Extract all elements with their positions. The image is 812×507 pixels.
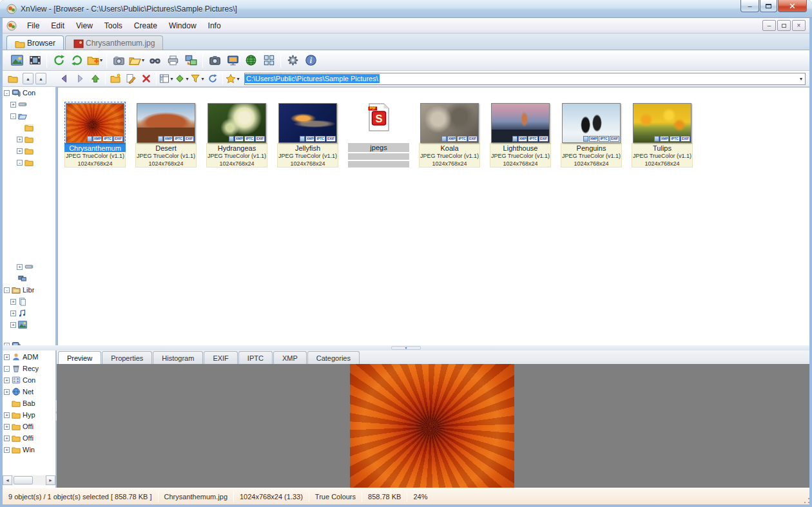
panel-tab-preview[interactable]: Preview [58,351,101,364]
open-button[interactable]: ▾ [128,52,146,69]
menu-window[interactable]: Window [163,19,202,32]
dropdown-arrow-icon[interactable]: ▾ [142,57,144,63]
tree-expander-icon[interactable]: + [17,264,23,270]
tree-expander-icon[interactable]: + [4,389,10,395]
new-window-button[interactable]: ▾ [86,52,104,69]
tree-expander-icon[interactable]: + [10,299,16,305]
thumbnail-image[interactable]: XMPIPTCEXIF [208,103,266,143]
menu-file[interactable]: File [21,19,45,32]
thumbnail-penguins[interactable]: XMPIPTCEXIFPenguinsJPEG TrueColor (v1.1)… [561,91,622,167]
tree-item-win[interactable]: +Win [3,444,55,455]
tree-item[interactable]: - [3,110,55,122]
tree-item[interactable] [3,122,55,133]
resize-grip[interactable] [802,497,811,505]
forward-button[interactable] [72,72,88,86]
refresh-view-button[interactable] [205,72,220,86]
splitter-collapse-icon[interactable]: ▼ [391,346,421,350]
thumbnail-image[interactable]: XMPIPTCEXIF [278,103,337,143]
tree-expander-icon[interactable]: - [17,160,23,166]
tree-expander-icon[interactable]: + [4,354,10,360]
tree-expander-icon[interactable]: - [4,90,10,96]
dropdown-arrow-icon[interactable]: ▾ [237,76,239,82]
tree-item[interactable]: + [3,133,55,145]
tab-chrysanthemum-jpg[interactable]: Chrysanthemum.jpg [65,35,163,50]
tree-item-con[interactable]: -Con [3,87,55,99]
tree-item-offi[interactable]: +Offi [3,421,55,432]
tree-item[interactable]: + [3,319,55,330]
tree-item[interactable]: - [3,157,55,168]
file-item-jpegs[interactable]: PDFSjpegs [348,91,409,167]
panel-folder-button[interactable] [5,72,21,86]
tree-item-net[interactable]: +Net [3,386,55,397]
thumbnail-image[interactable]: XMPIPTCEXIF [66,103,124,143]
mdi-restore-button[interactable] [777,20,791,31]
minimize-button[interactable]: – [740,0,759,12]
slideshow-button[interactable] [224,52,242,69]
tree-item-offi[interactable]: +Offi [3,432,55,444]
menu-info[interactable]: Info [202,19,227,32]
acquire-button[interactable] [110,52,128,69]
pane-toggle-up-button-1[interactable]: ▲ [23,73,34,84]
tree-item[interactable]: + [3,145,55,157]
tree-item[interactable] [3,273,55,284]
tree-expander-icon[interactable]: - [10,113,16,119]
filter-button[interactable]: ▾ [189,72,205,86]
tree-item[interactable]: + [3,261,55,273]
tree-expander-icon[interactable]: + [4,447,10,453]
preview-image[interactable] [350,364,514,488]
mdi-minimize-button[interactable]: – [762,20,776,31]
sort-button[interactable]: ▾ [174,72,189,86]
scroll-left-arrow-icon[interactable]: ◄ [3,475,12,485]
up-button[interactable] [88,72,103,86]
tree-expander-icon[interactable]: + [10,322,16,328]
search-button[interactable] [146,52,164,69]
fullscreen-button[interactable] [26,52,44,69]
contact-sheet-button[interactable] [260,52,278,69]
dropdown-arrow-icon[interactable]: ▾ [201,76,204,82]
mdi-close-button[interactable]: × [792,20,806,31]
thumbnail-image[interactable]: XMPIPTCEXIF [137,103,195,143]
rotate-button[interactable] [68,52,86,69]
dropdown-arrow-icon[interactable]: ▾ [186,76,188,82]
tree-item-con[interactable]: +Con [3,374,55,386]
convert-button[interactable] [182,52,200,69]
panel-tab-histogram[interactable]: Histogram [153,351,203,364]
tree-item[interactable]: + [3,99,55,110]
webpage-button[interactable] [242,52,260,69]
thumbnail-koala[interactable]: XMPIPTCEXIFKoalaJPEG TrueColor (v1.1)102… [419,91,480,167]
thumbnail-jellyfish[interactable]: XMPIPTCEXIFJellyfishJPEG TrueColor (v1.1… [277,91,338,167]
menu-create[interactable]: Create [128,19,163,32]
tree-expander-icon[interactable]: + [10,102,16,108]
panel-tab-iptc[interactable]: IPTC [238,351,273,364]
tree-expander-icon[interactable]: - [4,366,10,372]
tree-item[interactable]: + [3,296,55,307]
tree-expander-icon[interactable]: + [10,311,16,316]
horizontal-splitter[interactable]: ▼ [3,345,809,350]
capture-button[interactable] [206,52,224,69]
thumbnail-lighthouse[interactable]: XMPIPTCEXIFLighthouseJPEG TrueColor (v1.… [490,91,551,167]
panel-tab-xmp[interactable]: XMP [273,351,307,364]
thumbnail-image[interactable]: XMPIPTCEXIF [633,103,691,143]
info-button[interactable]: i [302,52,320,69]
thumbnail-desert[interactable]: XMPIPTCEXIFDesertJPEG TrueColor (v1.1)10… [135,91,197,167]
dropdown-arrow-icon[interactable]: ▾ [100,57,102,63]
tree-item-adm[interactable]: +ADM [3,351,55,363]
tree-item-hyp[interactable]: +Hyp [3,409,55,421]
tree-expander-icon[interactable]: + [17,137,23,142]
tree-item-libr[interactable]: -Libr [3,284,55,296]
menu-tools[interactable]: Tools [99,19,128,32]
tree-h-scrollbar[interactable]: ◄► [3,475,55,485]
tree-expander-icon[interactable]: + [4,412,10,418]
tree-expander-icon[interactable]: - [4,287,10,293]
dropdown-arrow-icon[interactable]: ▾ [170,76,173,82]
view-mode-button[interactable]: ▾ [159,72,174,86]
tree-item-recy[interactable]: -Recy [3,363,55,374]
edit-button[interactable] [123,72,139,86]
tree-expander-icon[interactable]: + [4,424,10,430]
tree-expander-icon[interactable]: + [4,435,10,441]
thumbnail-image[interactable]: XMPIPTCEXIF [420,103,479,143]
settings-button[interactable] [284,52,302,69]
new-folder-button[interactable] [108,72,123,86]
browser-button[interactable] [8,52,26,69]
tab-browser[interactable]: Browser [6,35,64,50]
